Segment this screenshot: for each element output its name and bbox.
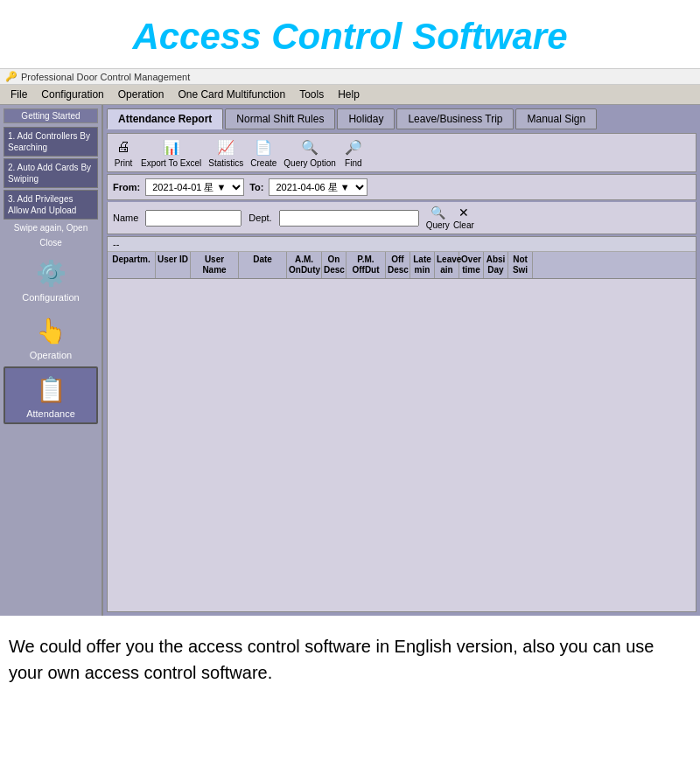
dept-input[interactable] bbox=[279, 210, 419, 227]
operation-icon: 👆 bbox=[33, 313, 68, 348]
key-icon: 🔑 bbox=[5, 71, 18, 82]
toolbar-query-option[interactable]: 🔍 Query Option bbox=[284, 137, 335, 168]
export-label: Export To Excel bbox=[141, 158, 201, 168]
table-header-row: Departm. User ID User Name Date A.M. OnD… bbox=[108, 252, 696, 279]
tab-attendance-report[interactable]: Attendance Report bbox=[107, 108, 223, 129]
name-label: Name bbox=[113, 213, 138, 223]
operation-label: Operation bbox=[30, 350, 72, 360]
clear-label: Clear bbox=[453, 220, 474, 230]
create-label: Create bbox=[250, 158, 276, 168]
clear-icon: ✕ bbox=[458, 206, 469, 220]
dept-label: Dept. bbox=[248, 213, 271, 223]
col-user-name: User Name bbox=[191, 252, 239, 278]
query-option-label: Query Option bbox=[284, 158, 335, 168]
menu-configuration[interactable]: Configuration bbox=[34, 87, 110, 102]
bottom-text: We could offer you the access control so… bbox=[0, 616, 700, 703]
query-clear-bar: 🔍 Query ✕ Clear bbox=[426, 206, 474, 230]
table-separator: -- bbox=[108, 237, 696, 252]
statistics-icon: 📈 bbox=[215, 137, 236, 157]
col-leave: Leave ain bbox=[435, 252, 459, 278]
sidebar-btn-operation[interactable]: 👆 Operation bbox=[4, 309, 98, 365]
col-overtime: Over time bbox=[459, 252, 484, 278]
create-icon: 📄 bbox=[253, 137, 274, 157]
clear-button[interactable]: ✕ Clear bbox=[453, 206, 474, 230]
query-label: Query bbox=[426, 220, 450, 230]
name-input[interactable] bbox=[145, 210, 242, 227]
print-icon: 🖨 bbox=[113, 137, 134, 157]
toolbar: 🖨 Print 📊 Export To Excel 📈 Statistics 📄… bbox=[107, 133, 696, 172]
col-departm: Departm. bbox=[108, 252, 156, 278]
col-on-desc: On Desc bbox=[322, 252, 346, 278]
toolbar-export[interactable]: 📊 Export To Excel bbox=[141, 137, 201, 168]
main-area: Getting Started 1. Add Controllers By Se… bbox=[0, 105, 700, 616]
col-off-desc: Off Desc bbox=[386, 252, 410, 278]
content-area: Attendance Report Normal Shift Rules Hol… bbox=[103, 105, 700, 616]
col-late-min: Late min bbox=[410, 252, 435, 278]
sidebar-close[interactable]: Close bbox=[4, 236, 98, 249]
query-button[interactable]: 🔍 Query bbox=[426, 206, 450, 230]
col-not-swi: Not Swi bbox=[508, 252, 533, 278]
menu-one-card[interactable]: One Card Multifunction bbox=[171, 87, 292, 102]
sidebar-btn-configuration[interactable]: ⚙️ Configuration bbox=[4, 251, 98, 307]
toolbar-create[interactable]: 📄 Create bbox=[250, 137, 276, 168]
to-date-select[interactable]: 2021-04-06 星 ▼ bbox=[269, 178, 368, 196]
toolbar-statistics[interactable]: 📈 Statistics bbox=[208, 137, 243, 168]
configuration-icon: ⚙️ bbox=[33, 255, 68, 290]
menu-help[interactable]: Help bbox=[331, 87, 367, 102]
to-label: To: bbox=[249, 182, 263, 192]
tab-bar: Attendance Report Normal Shift Rules Hol… bbox=[107, 108, 696, 129]
query-icon: 🔍 bbox=[430, 206, 445, 220]
from-date-select[interactable]: 2021-04-01 星 ▼ bbox=[145, 178, 244, 196]
col-am-onduty: A.M. OnDuty bbox=[287, 252, 322, 278]
attendance-label: Attendance bbox=[26, 408, 75, 419]
sidebar-swipe-open[interactable]: Swipe again, Open bbox=[4, 221, 98, 234]
sidebar-step-2[interactable]: 2. Auto Add Cards By Swiping bbox=[4, 158, 98, 188]
table-empty-area bbox=[108, 279, 696, 611]
sidebar-btn-attendance[interactable]: 📋 Attendance bbox=[4, 366, 98, 424]
menu-file[interactable]: File bbox=[4, 87, 34, 102]
col-date: Date bbox=[239, 252, 287, 278]
export-icon: 📊 bbox=[161, 137, 182, 157]
print-label: Print bbox=[115, 158, 133, 168]
date-filter-bar: From: 2021-04-01 星 ▼ To: 2021-04-06 星 ▼ bbox=[107, 174, 696, 200]
find-label: Find bbox=[345, 158, 361, 168]
pro-bar: 🔑 Professional Door Control Management bbox=[0, 68, 700, 85]
statistics-label: Statistics bbox=[208, 158, 243, 168]
col-user-id: User ID bbox=[156, 252, 191, 278]
attendance-icon: 📋 bbox=[33, 372, 68, 407]
pro-bar-text: Professional Door Control Management bbox=[21, 72, 190, 82]
from-label: From: bbox=[113, 182, 140, 192]
tab-holiday[interactable]: Holiday bbox=[337, 108, 395, 129]
app-title: Access Control Software bbox=[0, 0, 700, 68]
tab-leave-business[interactable]: Leave/Business Trip bbox=[396, 108, 514, 129]
table-container: -- Departm. User ID User Name Date A.M. … bbox=[107, 236, 696, 612]
toolbar-print[interactable]: 🖨 Print bbox=[113, 137, 134, 168]
menu-operation[interactable]: Operation bbox=[111, 87, 172, 102]
query-option-icon: 🔍 bbox=[299, 137, 320, 157]
col-pm-offduty: P.M. OffDut bbox=[346, 252, 386, 278]
sidebar-step-1[interactable]: 1. Add Controllers By Searching bbox=[4, 127, 98, 157]
menu-bar: File Configuration Operation One Card Mu… bbox=[0, 85, 700, 105]
getting-started-title: Getting Started bbox=[4, 108, 98, 123]
sidebar-step-3[interactable]: 3. Add Privileges Allow And Upload bbox=[4, 190, 98, 220]
tab-manual-sign[interactable]: Manual Sign bbox=[515, 108, 597, 129]
configuration-label: Configuration bbox=[22, 292, 79, 303]
name-dept-bar: Name Dept. 🔍 Query ✕ Clear bbox=[107, 202, 696, 234]
find-icon: 🔎 bbox=[343, 137, 364, 157]
menu-tools[interactable]: Tools bbox=[292, 87, 331, 102]
col-absi: Absi Day bbox=[484, 252, 508, 278]
tab-normal-shift-rules[interactable]: Normal Shift Rules bbox=[225, 108, 335, 129]
sidebar: Getting Started 1. Add Controllers By Se… bbox=[0, 105, 103, 616]
toolbar-find[interactable]: 🔎 Find bbox=[343, 137, 364, 168]
